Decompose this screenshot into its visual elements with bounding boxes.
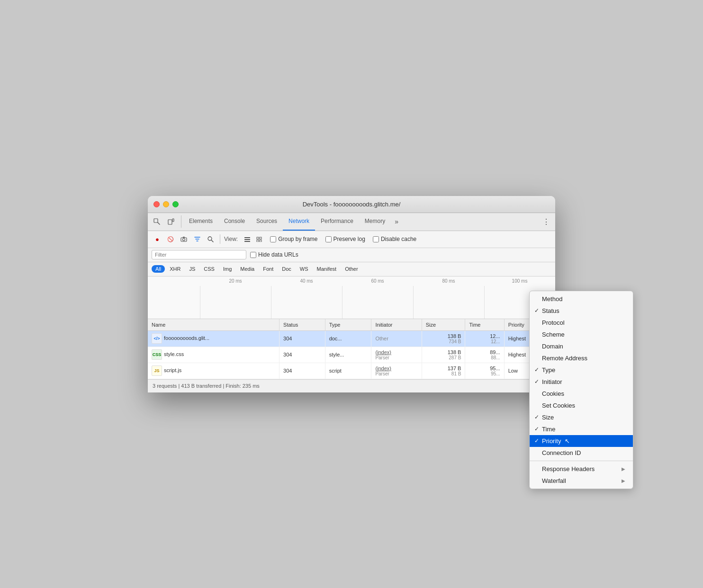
col-name[interactable]: Name [148,319,279,331]
clear-button[interactable]: 🚫 [165,233,176,245]
tab-memory[interactable]: Memory [359,213,391,231]
menu-item-response-headers[interactable]: Response Headers▶ [530,463,633,475]
initiator-link[interactable]: (index) [375,349,391,355]
type-filter-font[interactable]: Font [259,265,277,273]
list-view-button[interactable] [242,233,253,245]
svg-rect-12 [257,240,259,242]
menu-item-size[interactable]: ✓Size [530,411,633,423]
close-button[interactable] [153,201,160,207]
row-name-text: fooooooooods.glit... [164,335,209,341]
initiator-sub: Parser [375,371,417,376]
table-header-row: Name Status Type Initiator Size Time Pri… [148,319,555,331]
menu-item-label: Response Headers [542,465,595,472]
disable-cache-option[interactable]: Disable cache [373,236,416,242]
device-icon[interactable] [165,215,177,228]
menu-item-check: ✓ [534,378,542,385]
table-row[interactable]: CSSstyle.css304style...(index)Parser138 … [148,347,555,363]
minimize-button[interactable] [163,201,169,207]
type-filter-img[interactable]: Img [219,265,235,273]
tab-performance[interactable]: Performance [315,213,359,231]
size-line2: 81 B [451,371,461,376]
menu-item-label: Method [542,295,562,303]
time-line2: 95... [491,371,500,376]
initiator-link[interactable]: (index) [375,365,391,371]
group-by-frame-option[interactable]: Group by frame [270,236,317,242]
table-row[interactable]: </>fooooooooods.glit...304doc...Other138… [148,330,555,347]
menu-item-protocol[interactable]: Protocol [530,317,633,329]
preserve-log-checkbox[interactable] [325,236,332,242]
tab-more-icon[interactable]: ⋮ [540,215,552,228]
cell-time: 12...12... [465,330,504,347]
table-row[interactable]: JSscript.js304script(index)Parser137 B81… [148,363,555,379]
type-filter-js[interactable]: JS [185,265,199,273]
tab-console[interactable]: Console [218,213,251,231]
col-initiator[interactable]: Initiator [371,319,422,331]
col-time[interactable]: Time [465,319,504,331]
type-filter-xhr[interactable]: XHR [166,265,184,273]
svg-rect-9 [244,241,250,242]
menu-item-type[interactable]: ✓Type [530,364,633,376]
type-filter-other[interactable]: Other [341,265,362,273]
col-status[interactable]: Status [279,319,325,331]
svg-rect-8 [244,239,250,240]
menu-item-waterfall[interactable]: Waterfall▶ [530,475,633,487]
menu-item-priority[interactable]: ✓Priority↖ [530,435,633,447]
type-filter-manifest[interactable]: Manifest [313,265,341,273]
menu-item-label: Type [542,366,555,374]
menu-item-initiator[interactable]: ✓Initiator [530,376,633,388]
size-line1: 138 B [448,349,461,355]
hide-data-urls-checkbox[interactable] [250,252,256,258]
menu-item-time[interactable]: ✓Time [530,423,633,435]
cell-size: 138 B287 B [422,347,465,363]
menu-item-set-cookies[interactable]: Set Cookies [530,400,633,411]
filter-input[interactable] [152,250,246,259]
cell-type: doc... [325,330,371,347]
css-icon: CSS [152,349,162,360]
tab-sources[interactable]: Sources [251,213,283,231]
type-filter-media[interactable]: Media [236,265,258,273]
network-table-container: Name Status Type Initiator Size Time Pri… [148,319,555,379]
type-filter-doc[interactable]: Doc [278,265,295,273]
group-by-frame-checkbox[interactable] [270,236,276,242]
menu-item-method[interactable]: Method [530,293,633,305]
hide-data-urls-option[interactable]: Hide data URLs [250,251,298,258]
col-size[interactable]: Size [422,319,465,331]
menu-item-status[interactable]: ✓Status [530,305,633,317]
svg-rect-0 [154,219,158,223]
cell-name: </>fooooooooods.glit... [148,330,279,347]
timeline-marker-2: 60 ms [342,278,413,284]
cell-time: 89...88... [465,347,504,363]
disable-cache-checkbox[interactable] [373,236,379,242]
svg-point-4 [183,239,185,241]
menu-item-check: ✓ [534,437,542,444]
menu-item-label: Scheme [542,331,565,338]
menu-item-label: Size [542,414,554,421]
type-filter-ws[interactable]: WS [296,265,312,273]
menu-item-domain[interactable]: Domain [530,340,633,352]
svg-rect-1 [168,220,172,224]
menu-item-remote-address[interactable]: Remote Address [530,352,633,364]
title-bar: DevTools - fooooooooods.glitch.me/ [148,196,555,213]
tab-bar: Elements Console Sources Network Perform… [148,213,555,231]
menu-item-scheme[interactable]: Scheme [530,329,633,340]
tab-bar-icons [151,215,181,228]
detail-view-button[interactable] [254,233,265,245]
tab-overflow[interactable]: » [391,218,402,225]
initiator-sub: Parser [375,355,417,360]
search-button[interactable] [205,233,216,245]
preserve-log-option[interactable]: Preserve log [325,236,365,242]
cell-initiator: (index)Parser [371,363,422,379]
record-button[interactable]: ● [152,233,163,245]
filter-button[interactable] [191,233,203,245]
type-filter-all[interactable]: All [152,265,165,273]
inspect-icon[interactable] [151,215,163,228]
maximize-button[interactable] [172,201,179,207]
menu-item-cookies[interactable]: Cookies [530,388,633,400]
tab-network[interactable]: Network [283,213,315,231]
tab-elements[interactable]: Elements [183,213,218,231]
cell-initiator: (index)Parser [371,347,422,363]
menu-item-connection-id[interactable]: Connection ID [530,447,633,459]
camera-button[interactable] [178,233,189,245]
type-filter-css[interactable]: CSS [200,265,218,273]
col-type[interactable]: Type [325,319,371,331]
